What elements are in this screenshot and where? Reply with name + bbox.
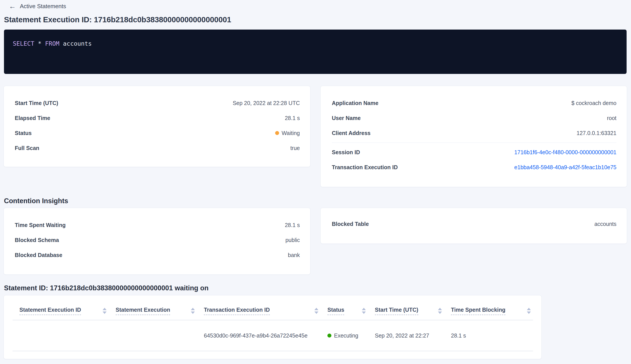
blocked-database-value: bank [288,252,300,258]
column-header-status-label[interactable]: Status [328,307,344,315]
table-row: 64530d0c-969f-437e-a9b4-26a72245e45e Exe… [12,320,533,351]
session-id-label: Session ID [332,149,360,156]
blocked-schema-value: public [286,237,300,243]
column-header-status[interactable]: Status [320,296,368,320]
transaction-execution-id-row: Transaction Execution ID e1bba458-5948-4… [332,160,616,175]
blocked-table-row: Blocked Table accounts [332,216,616,232]
transaction-execution-id-link[interactable]: e1bba458-5948-40a9-a42f-5feac1b10e75 [514,164,616,170]
blocked-table-label: Blocked Table [332,221,369,227]
time-spent-waiting-label: Time Spent Waiting [15,222,66,228]
application-name-row: Application Name $ cockroach demo [332,96,616,110]
elapsed-time-value: 28.1 s [285,115,300,121]
sql-statement-box: SELECT * FROM accounts [4,30,626,74]
contention-insights-heading: Contention Insights [4,197,631,205]
sort-icon[interactable] [314,308,318,314]
table-header-row: Statement Execution ID Statement Executi… [12,296,533,320]
waiting-on-heading: Statement ID: 1716b218dc0b38380000000000… [4,284,631,292]
column-header-statement-execution-id[interactable]: Statement Execution ID [12,296,109,320]
time-spent-waiting-value: 28.1 s [285,222,300,228]
waiting-on-table: Statement Execution ID Statement Executi… [12,296,533,351]
sort-icon[interactable] [438,308,442,314]
sql-table-name: accounts [59,40,92,47]
contention-right-card: Blocked Table accounts [320,208,627,244]
status-waiting-dot [275,131,279,135]
status-value: Waiting [275,130,300,136]
blocked-database-row: Blocked Database bank [15,248,300,262]
session-summary-card: Application Name $ cockroach demo User N… [320,86,627,187]
column-header-time-spent-blocking-label[interactable]: Time Spent Blocking [451,307,506,315]
page-title: Statement Execution ID: 1716b218dc0b3838… [4,15,631,24]
blocked-table-value: accounts [594,221,616,227]
client-address-value: 127.0.0.1:63321 [576,130,616,136]
sort-icon[interactable] [191,308,195,314]
sort-icon[interactable] [527,308,531,314]
sql-statement-text: SELECT * FROM accounts [13,40,618,48]
column-header-statement-execution-id-label[interactable]: Statement Execution ID [20,307,81,315]
start-time-row: Start Time (UTC) Sep 20, 2022 at 22:28 U… [15,96,300,110]
status-label: Status [15,130,32,136]
status-waiting-text: Waiting [282,130,300,136]
user-name-row: User Name root [332,110,616,126]
cell-status: Executing [320,320,368,351]
client-address-row: Client Address 127.0.0.1:63321 [332,126,616,140]
column-header-time-spent-blocking[interactable]: Time Spent Blocking [444,296,533,320]
user-name-value: root [607,115,616,121]
blocked-schema-row: Blocked Schema public [15,232,300,248]
client-address-label: Client Address [332,130,371,136]
execution-summary-card: Start Time (UTC) Sep 20, 2022 at 22:28 U… [4,86,310,167]
application-name-value: $ cockroach demo [572,100,616,106]
cell-statement-execution-id [12,320,109,351]
card-divider [332,142,616,143]
blocked-database-label: Blocked Database [15,252,62,258]
contention-cards-row: Time Spent Waiting 28.1 s Blocked Schema… [4,208,627,275]
elapsed-time-row: Elapsed Time 28.1 s [15,110,300,126]
cell-start-time: Sep 20, 2022 at 22:27 [368,320,444,351]
column-header-start-time[interactable]: Start Time (UTC) [368,296,444,320]
status-executing-dot [328,334,332,338]
start-time-value: Sep 20, 2022 at 22:28 UTC [233,100,300,106]
column-header-transaction-execution-id-label[interactable]: Transaction Execution ID [204,307,270,315]
column-header-start-time-label[interactable]: Start Time (UTC) [375,307,418,315]
sort-icon[interactable] [362,308,366,314]
session-id-link[interactable]: 1716b1f6-4e0c-f480-0000-000000000001 [514,149,616,156]
full-scan-row: Full Scan true [15,140,300,156]
status-row: Status Waiting [15,126,300,140]
time-spent-waiting-row: Time Spent Waiting 28.1 s [15,218,300,232]
full-scan-value: true [290,145,300,151]
session-id-row: Session ID 1716b1f6-4e0c-f480-0000-00000… [332,145,616,160]
cell-transaction-execution-id: 64530d0c-969f-437e-a9b4-26a72245e45e [197,320,320,351]
status-executing-text: Executing [334,332,358,339]
column-header-transaction-execution-id[interactable]: Transaction Execution ID [197,296,320,320]
back-link[interactable]: ← Active Statements [0,0,66,10]
column-header-statement-execution-label[interactable]: Statement Execution [116,307,170,315]
summary-cards-row: Start Time (UTC) Sep 20, 2022 at 22:28 U… [4,86,627,187]
sql-plain-star: * [34,40,45,47]
back-arrow-icon: ← [9,3,16,10]
user-name-label: User Name [332,115,361,121]
cell-statement-execution [109,320,197,351]
waiting-on-table-card: Statement Execution ID Statement Executi… [4,295,542,359]
application-name-label: Application Name [332,100,378,106]
full-scan-label: Full Scan [15,145,39,151]
sql-keyword-select: SELECT [13,40,34,47]
sql-keyword-from: FROM [45,40,59,47]
back-link-label: Active Statements [20,3,66,10]
elapsed-time-label: Elapsed Time [15,115,50,121]
column-header-statement-execution[interactable]: Statement Execution [109,296,197,320]
contention-left-card: Time Spent Waiting 28.1 s Blocked Schema… [4,208,310,275]
cell-time-spent-blocking: 28.1 s [444,320,533,351]
start-time-label: Start Time (UTC) [15,100,58,106]
sort-icon[interactable] [102,308,106,314]
transaction-execution-id-label: Transaction Execution ID [332,164,398,170]
blocked-schema-label: Blocked Schema [15,237,59,243]
